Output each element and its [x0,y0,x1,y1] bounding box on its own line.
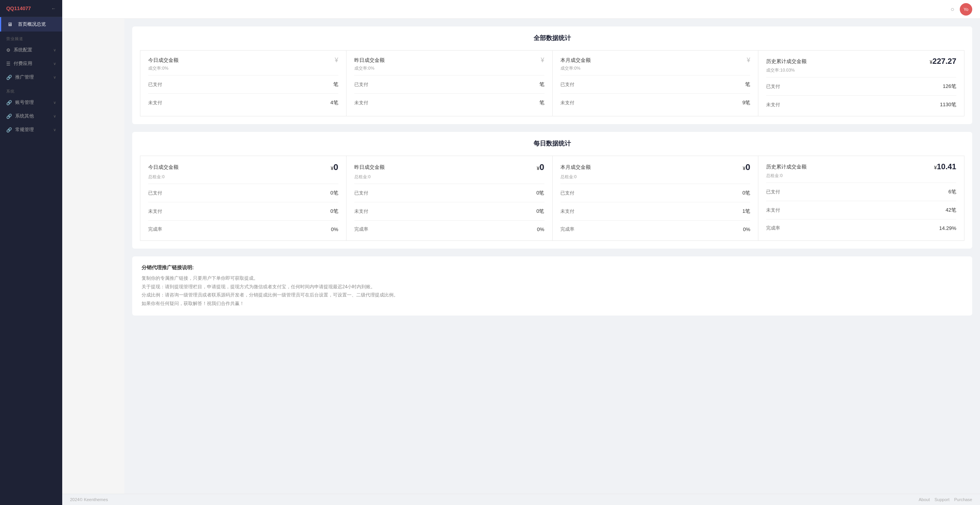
chevron-icon: ∨ [53,128,56,132]
stat-card-yesterday-all: 昨日成交金额 ¥ 成交率:0% 已支付 笔 未支付 笔 [346,51,552,116]
paid-label: 已支付 [766,83,780,90]
card-title: 历史累计成交金额 [766,163,807,170]
unpaid-value: 42笔 [946,207,956,214]
completion-value: 0% [331,226,338,232]
paid-label: 已支付 [354,81,368,88]
stat-card-today-all: 今日成交金额 ¥ 成交率:0% 已支付 笔 未支付 4笔 [140,51,346,116]
sidebar-label: 付费应用 [14,60,32,67]
card-value: ¥227.27 [930,57,956,66]
settings-icon: ⚙ [6,47,10,53]
paid-value: 6笔 [948,188,956,195]
unpaid-value: 4笔 [331,99,338,106]
sidebar-item-system-other[interactable]: 🔗 系统其他 ∨ [0,109,62,123]
unpaid-label: 未支付 [148,208,162,215]
all-data-section: 全部数据统计 今日成交金额 ¥ 成交率:0% 已支付 笔 未支付 4笔 [132,26,972,124]
sidebar-item-general-mgmt[interactable]: 🔗 常规管理 ∨ [0,123,62,137]
card-subtitle: 总租金:0 [354,174,544,180]
stat-card-today-daily: 今日成交金额 ¥0 总租金:0 已支付 0笔 未支付 0笔 [140,156,346,240]
sidebar-label: 系统其他 [15,113,34,119]
system-icon: 🔗 [6,114,12,119]
main-content: 全部数据统计 今日成交金额 ¥ 成交率:0% 已支付 笔 未支付 4笔 [124,19,980,505]
unpaid-label: 未支付 [354,208,368,215]
topbar: ○ Yo [62,0,980,19]
logo-text: QQ114077 [6,5,31,11]
home-label: 首页概况总览 [18,21,56,28]
stat-card-month-daily: 本月成交金额 ¥0 总租金:0 已支付 0笔 未支付 1笔 [553,156,758,240]
paid-value: 笔 [745,81,750,88]
chevron-icon: ∨ [53,61,56,66]
sidebar-label: 推广管理 [15,74,34,81]
yen-prefix: ¥ [934,165,937,170]
stat-card-history-all: 历史累计成交金额 ¥227.27 成交率:10.03% 已支付 126笔 未支付… [758,51,964,116]
info-line-2: 关于提现：请到提现管理栏目，申请提现，提现方式为微信或者支付宝，任何时间内申请提… [142,283,963,291]
chevron-icon: ∨ [53,48,56,52]
account-icon: 🔗 [6,100,12,105]
completion-label: 完成率 [148,226,162,233]
unpaid-label: 未支付 [766,102,780,108]
card-subtitle: 成交率:0% [354,65,544,71]
paid-value: 笔 [539,81,544,88]
avatar[interactable]: Yo [960,3,972,16]
paid-label: 已支付 [560,81,574,88]
completion-value: 0% [743,226,750,232]
completion-label: 完成率 [354,226,368,233]
currency-icon: ¥ [747,57,750,64]
card-title: 今日成交金额 [148,57,178,64]
paid-value: 笔 [333,81,338,88]
footer-link-about[interactable]: About [919,497,930,502]
completion-value: 14.29% [939,225,956,231]
card-subtitle: 总租金:0 [560,174,751,180]
unpaid-value: 0笔 [536,208,544,215]
yen-prefix: ¥ [743,165,746,171]
paid-label: 已支付 [148,81,162,88]
footer-links: About Support Purchase [919,497,972,502]
card-subtitle: 总租金:0 [148,174,338,180]
all-data-title: 全部数据统计 [140,34,964,42]
card-title: 本月成交金额 [560,164,591,171]
unpaid-label: 未支付 [354,100,368,106]
chevron-icon: ∨ [53,114,56,118]
apps-icon: ☰ [6,61,10,67]
chevron-icon: ∨ [53,75,56,79]
unpaid-value: 笔 [539,99,544,106]
paid-value: 0笔 [742,189,750,196]
avatar-text: Yo [964,7,968,12]
search-icon[interactable]: ○ [950,6,954,13]
currency-icon: ¥ [335,57,338,64]
paid-label: 已支付 [766,189,780,195]
sidebar-item-system-config[interactable]: ⚙ 系统配置 ∨ [0,43,62,57]
general-icon: 🔗 [6,127,12,133]
footer-link-purchase[interactable]: Purchase [954,497,972,502]
promo-icon: 🔗 [6,75,12,80]
sidebar-item-home[interactable]: 🖥 首页概况总览 [0,17,62,32]
card-title: 历史累计成交金额 [766,58,807,65]
stat-card-month-all: 本月成交金额 ¥ 成交率:0% 已支付 笔 未支付 9笔 [553,51,758,116]
sidebar-item-account-mgmt[interactable]: 🔗 账号管理 ∨ [0,96,62,109]
paid-value: 0笔 [536,189,544,196]
sidebar: QQ114077 ← 🖥 首页概况总览 营业频道 ⚙ 系统配置 ∨ ☰ 付费应用… [0,0,62,505]
section1-label: 营业频道 [0,32,62,43]
stat-card-yesterday-daily: 昨日成交金额 ¥0 总租金:0 已支付 0笔 未支付 0笔 [346,156,552,240]
chevron-icon: ∨ [53,100,56,105]
card-subtitle: 成交率:10.03% [766,67,956,73]
sidebar-label: 账号管理 [15,99,34,106]
daily-data-section: 每日数据统计 今日成交金额 ¥0 总租金:0 已支付 0笔 未支付 [132,132,972,249]
unpaid-label: 未支付 [560,100,574,106]
paid-label: 已支付 [148,190,162,196]
footer: 2024© Keenthemes About Support Purchase [62,494,980,505]
sidebar-item-paid-apps[interactable]: ☰ 付费应用 ∨ [0,57,62,70]
card-title: 昨日成交金额 [354,57,385,64]
collapse-button[interactable]: ← [51,6,56,11]
sidebar-label: 常规管理 [15,126,34,133]
info-line-4: 如果你有任何疑问，获取解答！祝我们合作共赢！ [142,300,963,308]
paid-label: 已支付 [560,190,574,196]
unpaid-value: 9笔 [742,99,750,106]
all-stats-grid: 今日成交金额 ¥ 成交率:0% 已支付 笔 未支付 4笔 昨日成交金额 [140,50,964,116]
info-title: 分销代理推广链接说明: [142,264,963,271]
sidebar-item-promotions[interactable]: 🔗 推广管理 ∨ [0,70,62,84]
completion-label: 完成率 [560,226,574,233]
home-icon: 🖥 [7,21,12,27]
info-line-3: 分成比例：请咨询一级管理员或者联系源码开发者，分销提成比例一级管理员可在后台设置… [142,291,963,300]
yen-prefix: ¥ [331,165,333,171]
footer-link-support[interactable]: Support [934,497,950,502]
